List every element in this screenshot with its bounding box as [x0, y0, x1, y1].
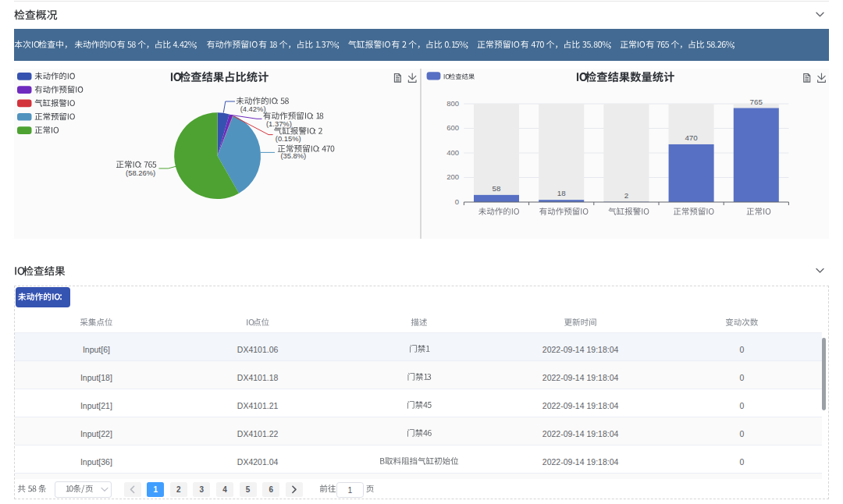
svg-text:58: 58	[493, 184, 501, 193]
svg-text:200: 200	[446, 172, 459, 181]
svg-text:(4.42%): (4.42%)	[240, 105, 266, 113]
svg-text:400: 400	[446, 148, 459, 157]
svg-text:(0.15%): (0.15%)	[276, 134, 301, 143]
svg-text:765: 765	[750, 98, 763, 106]
svg-text:800: 800	[446, 99, 459, 108]
svg-text:2: 2	[624, 191, 628, 200]
svg-text:600: 600	[446, 123, 459, 132]
svg-text:470: 470	[685, 133, 698, 142]
svg-text:(35.8%): (35.8%)	[280, 151, 306, 160]
svg-text:18: 18	[557, 189, 566, 197]
svg-text:(58.26%): (58.26%)	[126, 169, 155, 177]
svg-text:0: 0	[455, 197, 459, 206]
svg-text:(1.37%): (1.37%)	[266, 119, 292, 128]
